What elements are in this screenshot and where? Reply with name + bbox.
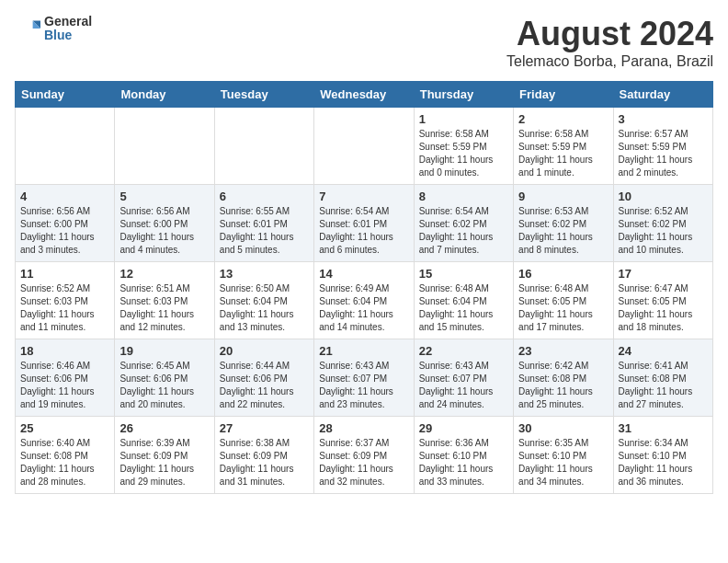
day-info: Sunrise: 6:39 AM Sunset: 6:09 PM Dayligh…: [119, 437, 209, 488]
calendar-cell: 25Sunrise: 6:40 AM Sunset: 6:08 PM Dayli…: [16, 417, 115, 494]
week-row-1: 1Sunrise: 6:58 AM Sunset: 5:59 PM Daylig…: [16, 108, 713, 185]
header-day-thursday: Thursday: [414, 82, 513, 108]
calendar-cell: [16, 108, 115, 185]
day-number: 8: [419, 190, 508, 203]
day-number: 10: [619, 190, 708, 203]
day-info: Sunrise: 6:46 AM Sunset: 6:06 PM Dayligh…: [20, 360, 109, 411]
calendar-cell: 30Sunrise: 6:35 AM Sunset: 6:10 PM Dayli…: [514, 417, 613, 494]
logo-icon: [15, 16, 40, 41]
week-row-2: 4Sunrise: 6:56 AM Sunset: 6:00 PM Daylig…: [16, 185, 713, 262]
day-info: Sunrise: 6:52 AM Sunset: 6:03 PM Dayligh…: [20, 282, 109, 334]
day-number: 31: [619, 421, 708, 435]
header-day-friday: Friday: [514, 82, 613, 108]
calendar-cell: 26Sunrise: 6:39 AM Sunset: 6:09 PM Dayli…: [115, 417, 214, 494]
day-number: 30: [518, 421, 608, 435]
calendar-cell: [314, 108, 414, 185]
day-number: 28: [319, 421, 408, 435]
day-info: Sunrise: 6:55 AM Sunset: 6:01 PM Dayligh…: [220, 205, 309, 257]
week-row-3: 11Sunrise: 6:52 AM Sunset: 6:03 PM Dayli…: [16, 262, 713, 339]
calendar-cell: 24Sunrise: 6:41 AM Sunset: 6:08 PM Dayli…: [613, 339, 712, 417]
calendar-cell: 10Sunrise: 6:52 AM Sunset: 6:02 PM Dayli…: [613, 185, 712, 262]
calendar-cell: 28Sunrise: 6:37 AM Sunset: 6:09 PM Dayli…: [314, 417, 414, 494]
day-info: Sunrise: 6:40 AM Sunset: 6:08 PM Dayligh…: [20, 437, 109, 488]
calendar-cell: 19Sunrise: 6:45 AM Sunset: 6:06 PM Dayli…: [115, 339, 214, 417]
day-info: Sunrise: 6:38 AM Sunset: 6:09 PM Dayligh…: [220, 437, 309, 488]
day-info: Sunrise: 6:48 AM Sunset: 6:05 PM Dayligh…: [518, 282, 608, 334]
day-number: 6: [220, 190, 309, 203]
day-info: Sunrise: 6:49 AM Sunset: 6:04 PM Dayligh…: [319, 282, 408, 334]
day-info: Sunrise: 6:47 AM Sunset: 6:05 PM Dayligh…: [619, 282, 708, 334]
logo-general-text: General: [44, 15, 92, 29]
calendar-cell: 16Sunrise: 6:48 AM Sunset: 6:05 PM Dayli…: [514, 262, 613, 339]
week-row-5: 25Sunrise: 6:40 AM Sunset: 6:08 PM Dayli…: [16, 417, 713, 494]
calendar-cell: 6Sunrise: 6:55 AM Sunset: 6:01 PM Daylig…: [214, 185, 313, 262]
day-number: 29: [419, 421, 508, 435]
day-info: Sunrise: 6:48 AM Sunset: 6:04 PM Dayligh…: [419, 282, 508, 334]
calendar-cell: 15Sunrise: 6:48 AM Sunset: 6:04 PM Dayli…: [414, 262, 513, 339]
calendar-cell: 11Sunrise: 6:52 AM Sunset: 6:03 PM Dayli…: [16, 262, 115, 339]
week-row-4: 18Sunrise: 6:46 AM Sunset: 6:06 PM Dayli…: [16, 339, 713, 417]
day-info: Sunrise: 6:53 AM Sunset: 6:02 PM Dayligh…: [518, 205, 608, 257]
calendar-cell: 12Sunrise: 6:51 AM Sunset: 6:03 PM Dayli…: [115, 262, 214, 339]
header-day-wednesday: Wednesday: [314, 82, 414, 108]
header-day-saturday: Saturday: [613, 82, 712, 108]
calendar-cell: 17Sunrise: 6:47 AM Sunset: 6:05 PM Dayli…: [613, 262, 712, 339]
day-number: 2: [518, 112, 608, 126]
day-info: Sunrise: 6:44 AM Sunset: 6:06 PM Dayligh…: [220, 360, 309, 411]
calendar-cell: 31Sunrise: 6:34 AM Sunset: 6:10 PM Dayli…: [613, 417, 712, 494]
day-info: Sunrise: 6:57 AM Sunset: 5:59 PM Dayligh…: [619, 128, 708, 179]
day-info: Sunrise: 6:52 AM Sunset: 6:02 PM Dayligh…: [619, 205, 708, 257]
day-info: Sunrise: 6:41 AM Sunset: 6:08 PM Dayligh…: [619, 360, 708, 411]
day-number: 16: [518, 267, 608, 281]
calendar-header: SundayMondayTuesdayWednesdayThursdayFrid…: [16, 82, 713, 108]
day-info: Sunrise: 6:35 AM Sunset: 6:10 PM Dayligh…: [518, 437, 608, 488]
calendar-cell: 21Sunrise: 6:43 AM Sunset: 6:07 PM Dayli…: [314, 339, 414, 417]
day-number: 22: [419, 344, 508, 358]
day-number: 7: [319, 190, 408, 203]
day-number: 27: [220, 421, 309, 435]
day-number: 12: [119, 267, 209, 281]
calendar-cell: 27Sunrise: 6:38 AM Sunset: 6:09 PM Dayli…: [214, 417, 313, 494]
day-info: Sunrise: 6:56 AM Sunset: 6:00 PM Dayligh…: [20, 205, 109, 257]
day-info: Sunrise: 6:54 AM Sunset: 6:02 PM Dayligh…: [419, 205, 508, 257]
header-day-monday: Monday: [115, 82, 214, 108]
day-number: 25: [20, 421, 109, 435]
day-number: 4: [20, 190, 109, 203]
day-number: 19: [119, 344, 209, 358]
calendar-cell: [214, 108, 313, 185]
day-number: 1: [419, 112, 508, 126]
calendar-cell: 22Sunrise: 6:43 AM Sunset: 6:07 PM Dayli…: [414, 339, 513, 417]
day-info: Sunrise: 6:56 AM Sunset: 6:00 PM Dayligh…: [119, 205, 209, 257]
calendar-cell: 4Sunrise: 6:56 AM Sunset: 6:00 PM Daylig…: [16, 185, 115, 262]
day-info: Sunrise: 6:45 AM Sunset: 6:06 PM Dayligh…: [119, 360, 209, 411]
calendar-cell: 8Sunrise: 6:54 AM Sunset: 6:02 PM Daylig…: [414, 185, 513, 262]
day-number: 21: [319, 344, 408, 358]
day-number: 17: [619, 267, 708, 281]
day-info: Sunrise: 6:54 AM Sunset: 6:01 PM Dayligh…: [319, 205, 408, 257]
page-header: General Blue August 2024 Telemaco Borba,…: [15, 15, 713, 70]
calendar-cell: [115, 108, 214, 185]
day-number: 18: [20, 344, 109, 358]
header-row: SundayMondayTuesdayWednesdayThursdayFrid…: [16, 82, 713, 108]
calendar-body: 1Sunrise: 6:58 AM Sunset: 5:59 PM Daylig…: [16, 108, 713, 494]
day-info: Sunrise: 6:50 AM Sunset: 6:04 PM Dayligh…: [220, 282, 309, 334]
day-info: Sunrise: 6:51 AM Sunset: 6:03 PM Dayligh…: [119, 282, 209, 334]
day-number: 24: [619, 344, 708, 358]
calendar-cell: 9Sunrise: 6:53 AM Sunset: 6:02 PM Daylig…: [514, 185, 613, 262]
day-number: 9: [518, 190, 608, 203]
day-number: 11: [20, 267, 109, 281]
day-number: 23: [518, 344, 608, 358]
calendar-cell: 2Sunrise: 6:58 AM Sunset: 5:59 PM Daylig…: [514, 108, 613, 185]
day-info: Sunrise: 6:36 AM Sunset: 6:10 PM Dayligh…: [419, 437, 508, 488]
day-info: Sunrise: 6:37 AM Sunset: 6:09 PM Dayligh…: [319, 437, 408, 488]
header-day-sunday: Sunday: [16, 82, 115, 108]
day-info: Sunrise: 6:42 AM Sunset: 6:08 PM Dayligh…: [518, 360, 608, 411]
calendar-cell: 18Sunrise: 6:46 AM Sunset: 6:06 PM Dayli…: [16, 339, 115, 417]
calendar-cell: 23Sunrise: 6:42 AM Sunset: 6:08 PM Dayli…: [514, 339, 613, 417]
day-info: Sunrise: 6:43 AM Sunset: 6:07 PM Dayligh…: [419, 360, 508, 411]
title-block: August 2024 Telemaco Borba, Parana, Braz…: [506, 15, 713, 70]
day-number: 3: [619, 112, 708, 126]
day-info: Sunrise: 6:34 AM Sunset: 6:10 PM Dayligh…: [619, 437, 708, 488]
day-number: 14: [319, 267, 408, 281]
calendar-cell: 14Sunrise: 6:49 AM Sunset: 6:04 PM Dayli…: [314, 262, 414, 339]
